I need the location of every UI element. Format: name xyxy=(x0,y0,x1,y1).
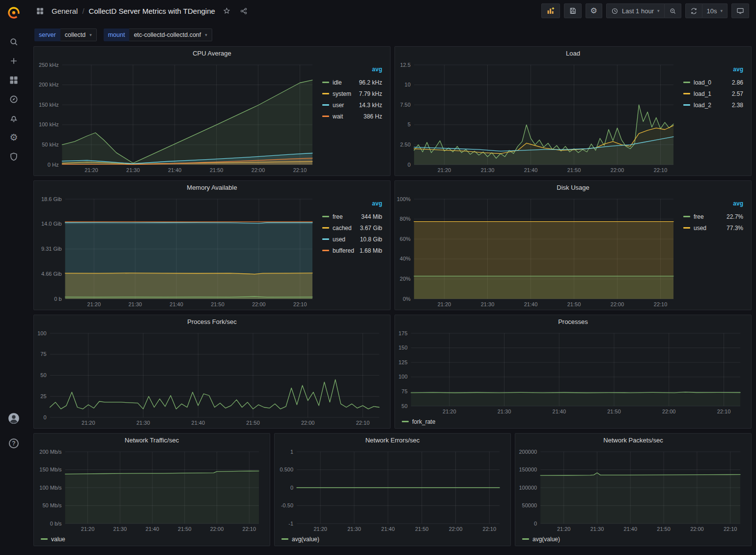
dashboard-settings-button[interactable]: ⚙ xyxy=(586,3,602,18)
legend-item-user[interactable]: user 14.3 kHz xyxy=(322,99,382,111)
svg-text:0: 0 xyxy=(408,162,411,168)
legend-item-fork-rate[interactable]: fork_rate xyxy=(402,416,435,427)
plus-icon xyxy=(9,56,19,66)
zoom-out-button[interactable] xyxy=(665,3,681,18)
panel-header-disk[interactable]: Disk Usage xyxy=(395,181,751,194)
legend-series-name: fork_rate xyxy=(412,418,435,425)
svg-text:-0.50: -0.50 xyxy=(281,502,293,508)
sidebar-item-explore[interactable] xyxy=(4,89,24,109)
favorite-button[interactable] xyxy=(221,5,232,17)
svg-text:100 kHz: 100 kHz xyxy=(39,121,58,127)
panel-title: Network Traffic/sec xyxy=(125,437,179,444)
svg-text:22:00: 22:00 xyxy=(690,526,704,532)
sidebar-item-create[interactable] xyxy=(4,51,24,70)
legend-item-free[interactable]: free 344 Mib xyxy=(322,211,382,222)
legend-item-avg-value[interactable]: avg(value) xyxy=(281,533,319,545)
save-dashboard-button[interactable] xyxy=(564,3,582,18)
breadcrumb-folder[interactable]: General xyxy=(52,7,78,15)
network-packets-chart[interactable]: 05000010000015000020000021:2021:3021:402… xyxy=(516,447,748,533)
legend-series-name: used xyxy=(694,225,723,232)
svg-text:10: 10 xyxy=(405,82,411,88)
svg-text:25: 25 xyxy=(40,393,46,399)
legend-series-avg: 2.38 xyxy=(732,102,743,109)
help-button[interactable]: ? xyxy=(4,434,24,453)
svg-text:22:00: 22:00 xyxy=(611,167,624,173)
grafana-logo[interactable] xyxy=(6,5,21,20)
panel-header-load[interactable]: Load xyxy=(395,47,751,60)
add-panel-button[interactable] xyxy=(541,3,560,18)
panel-load: Load 02.5057.501012.521:2021:3021:4021:5… xyxy=(394,46,752,176)
time-range-picker[interactable]: Last 1 hour ▾ xyxy=(606,3,665,18)
legend-item-free[interactable]: free 22.7% xyxy=(683,211,743,222)
cpu-average-chart[interactable]: 0 Hz50 kHz100 kHz150 kHz200 kHz250 kHz21… xyxy=(35,60,320,175)
legend-avg-header[interactable]: avg xyxy=(683,200,743,211)
panel-process-fork: Process Fork/sec 025507510021:2021:3021:… xyxy=(33,315,391,429)
legend-item-load-1[interactable]: load_1 2.57 xyxy=(683,88,743,99)
svg-text:100000: 100000 xyxy=(519,485,537,491)
refresh-interval-picker[interactable]: 10s ▾ xyxy=(702,3,728,18)
panel-header-memory[interactable]: Memory Available xyxy=(34,181,390,194)
refresh-button[interactable] xyxy=(685,3,702,18)
network-traffic-legend: value xyxy=(35,533,267,545)
svg-text:50 kHz: 50 kHz xyxy=(42,142,58,147)
panel-header-processes[interactable]: Processes xyxy=(395,315,751,328)
network-errors-chart[interactable]: -1-0.5000.500121:2021:3021:4021:5022:002… xyxy=(276,447,507,533)
legend-item-wait[interactable]: wait 386 Hz xyxy=(322,111,382,122)
network-traffic-chart[interactable]: 0 b/s50 Mb/s100 Mb/s150 Mb/s200 Mb/s21:2… xyxy=(35,447,267,533)
legend-item-load-2[interactable]: load_2 2.38 xyxy=(683,99,743,111)
panel-header-cpu-average[interactable]: CPU Average xyxy=(34,47,390,60)
gear-icon: ⚙ xyxy=(9,133,18,142)
load-chart[interactable]: 02.5057.501012.521:2021:3021:4021:5022:0… xyxy=(396,60,681,175)
sidebar-item-alerting[interactable] xyxy=(4,109,24,128)
dashboard-picker-button[interactable] xyxy=(34,5,46,17)
svg-text:0 Hz: 0 Hz xyxy=(48,162,59,168)
variable-value-mount[interactable]: etc-collectd-collectd.conf ▾ xyxy=(129,29,212,41)
legend-item-value[interactable]: value xyxy=(41,533,65,545)
svg-text:22:10: 22:10 xyxy=(717,409,731,414)
legend-item-used[interactable]: used 10.8 Gib xyxy=(322,234,382,245)
gear-icon: ⚙ xyxy=(590,7,597,15)
refresh-icon xyxy=(690,7,698,15)
sidebar-item-search[interactable] xyxy=(4,32,24,51)
panel-header-network-errors[interactable]: Network Errors/sec xyxy=(275,434,510,447)
sidebar-item-server-admin[interactable] xyxy=(4,147,24,166)
processes-chart[interactable]: 507510012515017521:2021:3021:4021:5022:0… xyxy=(396,328,748,416)
svg-text:22:10: 22:10 xyxy=(483,526,497,532)
panel-header-network-traffic[interactable]: Network Traffic/sec xyxy=(34,434,270,447)
legend-series-avg: 10.8 Gib xyxy=(360,236,382,243)
legend-item-system[interactable]: system 7.79 kHz xyxy=(322,88,382,99)
legend-series-name: wait xyxy=(333,113,360,120)
search-icon xyxy=(9,37,19,47)
processes-legend: fork_rate xyxy=(396,416,748,427)
panel-network-traffic: Network Traffic/sec 0 b/s50 Mb/s100 Mb/s… xyxy=(33,433,270,546)
legend-series-avg: 1.68 Mib xyxy=(360,247,382,254)
legend-item-avg-value[interactable]: avg(value) xyxy=(522,533,560,545)
sidebar-item-configuration[interactable]: ⚙ xyxy=(4,128,24,147)
svg-text:21:40: 21:40 xyxy=(624,526,638,532)
legend-item-used[interactable]: used 77.3% xyxy=(683,222,743,234)
legend-item-load-0[interactable]: load_0 2.86 xyxy=(683,77,743,88)
memory-available-chart[interactable]: 0 b4.66 Gib9.31 Gib14.0 Gib18.6 Gib21:20… xyxy=(35,194,320,309)
svg-text:22:00: 22:00 xyxy=(449,526,463,532)
svg-text:22:00: 22:00 xyxy=(662,409,676,414)
panel-header-network-packets[interactable]: Network Packets/sec xyxy=(515,434,751,447)
avatar-icon xyxy=(7,412,20,425)
legend-item-cached[interactable]: cached 3.67 Gib xyxy=(322,222,382,234)
panel-header-process-fork[interactable]: Process Fork/sec xyxy=(34,315,390,328)
variables-row: server collectd ▾ mount etc-collectd-col… xyxy=(28,29,756,41)
legend-avg-header[interactable]: avg xyxy=(322,200,382,211)
variable-value-server[interactable]: collectd ▾ xyxy=(60,29,97,41)
legend-item-buffered[interactable]: buffered 1.68 Mib xyxy=(322,245,382,256)
disk-usage-chart[interactable]: 0%20%40%60%80%100%21:2021:3021:4021:5022… xyxy=(396,194,681,309)
user-avatar[interactable] xyxy=(4,409,24,428)
cycle-view-button[interactable] xyxy=(731,3,749,18)
share-button[interactable] xyxy=(238,5,250,17)
help-icon: ? xyxy=(9,438,19,448)
svg-text:150 kHz: 150 kHz xyxy=(39,102,58,108)
series-color-swatch xyxy=(683,216,690,217)
legend-avg-header[interactable]: avg xyxy=(322,66,382,77)
process-fork-chart[interactable]: 025507510021:2021:3021:4021:5022:0022:10 xyxy=(35,328,387,427)
sidebar-item-dashboards[interactable] xyxy=(4,70,24,89)
legend-avg-header[interactable]: avg xyxy=(683,66,743,77)
legend-item-idle[interactable]: idle 96.2 kHz xyxy=(322,77,382,88)
